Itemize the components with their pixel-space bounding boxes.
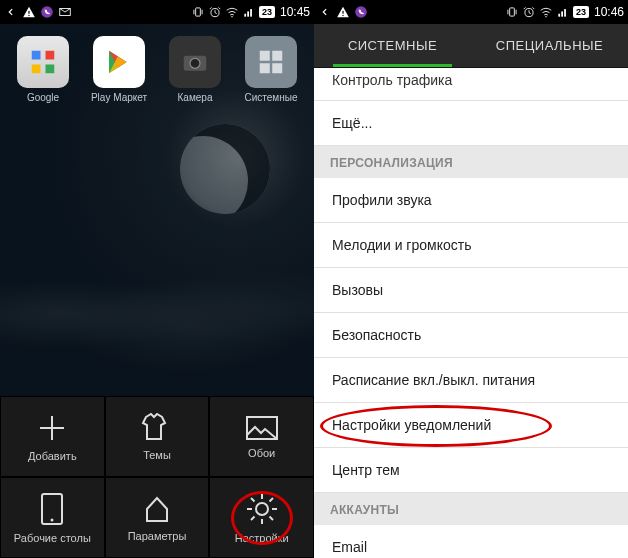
grid-desktops[interactable]: Рабочие столы <box>0 477 105 558</box>
svg-point-29 <box>545 16 546 17</box>
app-label: Камера <box>160 92 230 103</box>
item-label: Контроль трафика <box>332 72 452 88</box>
status-bar-right: 23 10:46 <box>314 0 628 24</box>
grid-label: Обои <box>248 447 275 459</box>
item-label: Мелодии и громкость <box>332 237 471 253</box>
settings-item-ringtones[interactable]: Мелодии и громкость <box>314 223 628 268</box>
battery-badge: 23 <box>573 6 589 18</box>
svg-rect-1 <box>28 15 29 16</box>
google-folder-icon <box>17 36 69 88</box>
svg-rect-7 <box>244 14 246 17</box>
grid-settings[interactable]: Настройки <box>209 477 314 558</box>
tab-label: СПЕЦИАЛЬНЫЕ <box>496 38 603 53</box>
app-system[interactable]: Системные <box>236 36 306 103</box>
svg-rect-0 <box>28 11 29 14</box>
clock-time: 10:45 <box>280 5 310 19</box>
svg-rect-27 <box>510 8 515 16</box>
settings-item-theme-center[interactable]: Центр тем <box>314 448 628 493</box>
arrow-left-icon <box>318 5 332 19</box>
signal-icon <box>242 5 256 19</box>
status-bar-left: 23 10:45 <box>0 0 314 24</box>
app-label: Play Маркет <box>84 92 154 103</box>
grid-add[interactable]: Добавить <box>0 396 105 477</box>
svg-rect-25 <box>342 15 343 16</box>
svg-point-22 <box>51 518 54 521</box>
viber-icon <box>40 5 54 19</box>
svg-rect-24 <box>342 11 343 14</box>
item-label: Профили звука <box>332 192 432 208</box>
app-camera[interactable]: Камера <box>160 36 230 103</box>
grid-label: Параметры <box>128 530 187 542</box>
wifi-icon <box>225 5 239 19</box>
grid-label: Добавить <box>28 450 77 462</box>
section-header-accounts: АККАУНТЫ <box>314 493 628 525</box>
svg-rect-10 <box>32 51 41 60</box>
settings-item-notification-settings[interactable]: Настройки уведомлений <box>314 403 628 448</box>
item-label: Расписание вкл./выкл. питания <box>332 372 535 388</box>
grid-label: Темы <box>143 449 171 461</box>
svg-point-23 <box>256 503 268 515</box>
system-folder-icon <box>245 36 297 88</box>
item-label: Вызовы <box>332 282 383 298</box>
grid-label: Настройки <box>235 532 289 544</box>
grid-label: Рабочие столы <box>14 532 91 544</box>
settings-item-security[interactable]: Безопасность <box>314 313 628 358</box>
svg-rect-32 <box>564 9 566 17</box>
signal-icon <box>556 5 570 19</box>
grid-parameters[interactable]: Параметры <box>105 477 210 558</box>
grid-wallpapers[interactable]: Обои <box>209 396 314 477</box>
settings-list[interactable]: Контроль трафика Ещё... ПЕРСОНАЛИЗАЦИЯ П… <box>314 68 628 558</box>
tshirt-icon <box>140 413 174 443</box>
svg-rect-18 <box>260 63 270 73</box>
settings-item-email[interactable]: Email <box>314 525 628 558</box>
settings-item-power-schedule[interactable]: Расписание вкл./выкл. питания <box>314 358 628 403</box>
item-label: Безопасность <box>332 327 421 343</box>
tab-system[interactable]: СИСТЕМНЫЕ <box>314 24 471 67</box>
svg-rect-16 <box>260 51 270 61</box>
envelope-icon <box>58 5 72 19</box>
settings-item-calls[interactable]: Вызовы <box>314 268 628 313</box>
svg-rect-30 <box>558 14 560 17</box>
svg-rect-8 <box>247 11 249 16</box>
vibrate-icon <box>505 5 519 19</box>
svg-point-15 <box>190 58 200 68</box>
app-row: Google Play Маркет Камера Системные <box>8 36 306 103</box>
svg-rect-13 <box>46 65 55 74</box>
item-label: Настройки уведомлений <box>332 417 491 433</box>
svg-rect-19 <box>272 63 282 73</box>
plus-icon <box>36 412 68 444</box>
settings-item-sound-profiles[interactable]: Профили звука <box>314 178 628 223</box>
app-label: Системные <box>236 92 306 103</box>
item-label: Центр тем <box>332 462 400 478</box>
svg-rect-12 <box>32 65 41 74</box>
warning-icon <box>336 5 350 19</box>
app-play-market[interactable]: Play Маркет <box>84 36 154 103</box>
warning-icon <box>22 5 36 19</box>
grid-themes[interactable]: Темы <box>105 396 210 477</box>
section-header-personalization: ПЕРСОНАЛИЗАЦИЯ <box>314 146 628 178</box>
alarm-icon <box>208 5 222 19</box>
settings-item-more[interactable]: Ещё... <box>314 101 628 146</box>
clock-time: 10:46 <box>594 5 624 19</box>
vibrate-icon <box>191 5 205 19</box>
camera-icon <box>169 36 221 88</box>
svg-rect-4 <box>196 8 201 16</box>
app-label: Google <box>8 92 78 103</box>
item-label: Email <box>332 539 367 555</box>
tab-label: СИСТЕМНЫЕ <box>348 38 437 53</box>
settings-item-traffic[interactable]: Контроль трафика <box>314 68 628 101</box>
item-label: Ещё... <box>332 115 372 131</box>
play-store-icon <box>93 36 145 88</box>
launcher-options-grid: Добавить Темы Обои Рабочие столы Парамет… <box>0 396 314 558</box>
battery-badge: 23 <box>259 6 275 18</box>
home-screen: 23 10:45 Google Play Маркет Камера <box>0 0 314 558</box>
tab-special[interactable]: СПЕЦИАЛЬНЫЕ <box>471 24 628 67</box>
settings-tabs: СИСТЕМНЫЕ СПЕЦИАЛЬНЫЕ <box>314 24 628 68</box>
app-google[interactable]: Google <box>8 36 78 103</box>
svg-rect-31 <box>561 11 563 16</box>
alarm-icon <box>522 5 536 19</box>
arrow-left-icon <box>4 5 18 19</box>
picture-icon <box>245 415 279 441</box>
svg-point-6 <box>231 16 232 17</box>
svg-rect-17 <box>272 51 282 61</box>
